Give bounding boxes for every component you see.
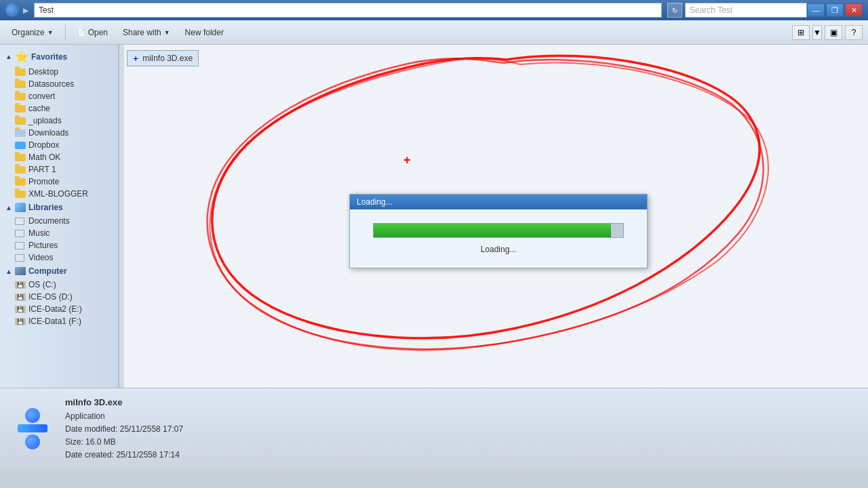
sidebar-item-promote[interactable]: Promote [0,176,118,188]
file-icon-button[interactable]: + miInfo 3D.exe [127,50,199,66]
sidebar-item-label: _uploads [28,116,62,125]
status-date-modified: Date modified: 25/11/2558 17:07 [65,423,183,436]
sidebar-item-label: convert [28,92,55,101]
sidebar-item-label: Music [28,228,50,238]
progress-bar-fill [374,224,611,237]
share-button[interactable]: Share with ▼ [117,25,176,40]
sidebar-item-icedata2e[interactable]: 💾 ICE-Data2 (E:) [0,303,118,315]
sidebar-item-uploads[interactable]: _uploads [0,115,118,127]
preview-pane-button[interactable]: ▣ [825,25,842,40]
sidebar-item-mathok[interactable]: Math OK [0,151,118,163]
sidebar-item-label: ICE-OS (D:) [28,292,73,302]
restore-button[interactable]: ❐ [826,3,844,17]
sidebar-item-downloads[interactable]: Downloads [0,127,118,139]
organize-label: Organize [12,28,45,37]
sidebar-item-part1[interactable]: PART 1 [0,163,118,176]
sidebar-item-documents[interactable]: Documents [0,215,118,227]
view-dropdown-button[interactable]: ▼ [812,25,822,40]
window-icon [5,3,19,17]
toolbar: Organize ▼ 📄 Open Share with ▼ New folde… [0,20,868,45]
folder-icon [15,68,26,76]
sidebar-item-label: ICE-Data1 (F:) [28,317,81,326]
computer-section[interactable]: ▲ Computer [0,264,118,279]
view-icons-button[interactable]: ⊞ [792,25,810,40]
sidebar-item-pictures[interactable]: Pictures [0,239,118,251]
status-date-created-label: Date created: [65,450,114,460]
sidebar: ▲ ⭐ Favorites Desktop Datasources conver… [0,45,119,388]
share-label: Share with [123,28,161,37]
help-button[interactable]: ? [845,25,863,40]
libraries-section[interactable]: ▲ Libraries [0,200,118,215]
folder-icon [15,117,26,125]
status-date-created: Date created: 25/11/2558 17:14 [65,449,183,462]
icon-ball-bottom [25,434,40,449]
libraries-arrow: ▲ [5,204,12,211]
loading-label: Loading... [481,245,517,254]
file-button-label: miInfo 3D.exe [142,54,193,63]
open-button[interactable]: 📄 Open [71,25,114,40]
sidebar-item-label: Videos [28,253,53,262]
status-type: Application [65,410,183,423]
sidebar-item-label: Downloads [28,128,68,138]
sidebar-item-label: Math OK [28,152,60,162]
sidebar-item-xmlblogger[interactable]: XML-BLOGGER [0,188,118,200]
sidebar-item-label: Datasources [28,79,74,89]
folder-icon [15,241,26,249]
sidebar-item-label: OS (C:) [28,280,56,289]
sidebar-item-label: Desktop [28,67,58,77]
status-info: miInfo 3D.exe Application Date modified:… [65,396,183,462]
sidebar-item-videos[interactable]: Videos [0,251,118,264]
progress-bar-background [373,223,624,238]
sidebar-scrollbar[interactable] [119,45,124,388]
path-text: Test [39,5,54,15]
sidebar-item-cache[interactable]: cache [0,102,118,115]
sidebar-item-label: Dropbox [28,140,59,150]
sidebar-item-iceosd[interactable]: 💾 ICE-OS (D:) [0,291,118,303]
icon-bar [18,424,47,432]
cursor-plus: + [403,153,411,167]
sidebar-item-label: Pictures [28,241,58,250]
dialog-body: Loading... [350,209,647,268]
sidebar-item-icedata1f[interactable]: 💾 ICE-Data1 (F:) [0,315,118,327]
computer-label: Computer [28,266,67,276]
search-text: Search Test [690,5,732,15]
sidebar-item-osc[interactable]: 💾 OS (C:) [0,279,118,291]
sidebar-item-dropbox[interactable]: Dropbox [0,139,118,151]
new-folder-button[interactable]: New folder [179,25,230,40]
computer-arrow: ▲ [5,268,12,275]
refresh-btn[interactable]: ↻ [667,3,682,18]
favorites-section[interactable]: ▲ ⭐ Favorites [0,47,118,66]
sidebar-item-datasources[interactable]: Datasources [0,78,118,90]
sidebar-item-desktop[interactable]: Desktop [0,66,118,78]
icon-ball-top [25,408,40,423]
loading-dialog: Loading... Loading... [349,194,648,268]
organize-arrow: ▼ [47,29,54,36]
sidebar-item-label: Promote [28,177,59,186]
nav-arrow: ▶ [23,6,28,15]
close-button[interactable]: ✕ [845,3,863,17]
folder-icon [15,178,26,186]
sidebar-item-convert[interactable]: convert [0,90,118,102]
sidebar-item-music[interactable]: Music [0,227,118,239]
search-bar[interactable]: Search Test [685,3,807,18]
folder-icon [15,165,26,174]
dialog-title-text: Loading... [357,197,393,207]
libraries-label: Libraries [28,203,63,212]
status-date-modified-label: Date modified: [65,424,117,434]
folder-icon [15,190,26,198]
status-size: Size: 16.0 MB [65,436,183,449]
status-size-label: Size: [65,437,83,447]
content-area: + miInfo 3D.exe + Loading... Loading... [119,45,868,388]
address-path[interactable]: Test [34,3,662,18]
folder-icon [15,80,26,88]
sidebar-item-label: cache [28,104,50,113]
open-label: Open [88,28,108,37]
folder-icon [15,217,26,225]
folder-icon [15,229,26,237]
status-filename: miInfo 3D.exe [65,396,183,410]
sidebar-item-label: XML-BLOGGER [28,189,88,199]
main-layout: ▲ ⭐ Favorites Desktop Datasources conver… [0,45,868,388]
organize-button[interactable]: Organize ▼ [5,25,60,40]
status-size-value: 16.0 MB [85,437,116,447]
minimize-button[interactable]: — [807,3,825,17]
